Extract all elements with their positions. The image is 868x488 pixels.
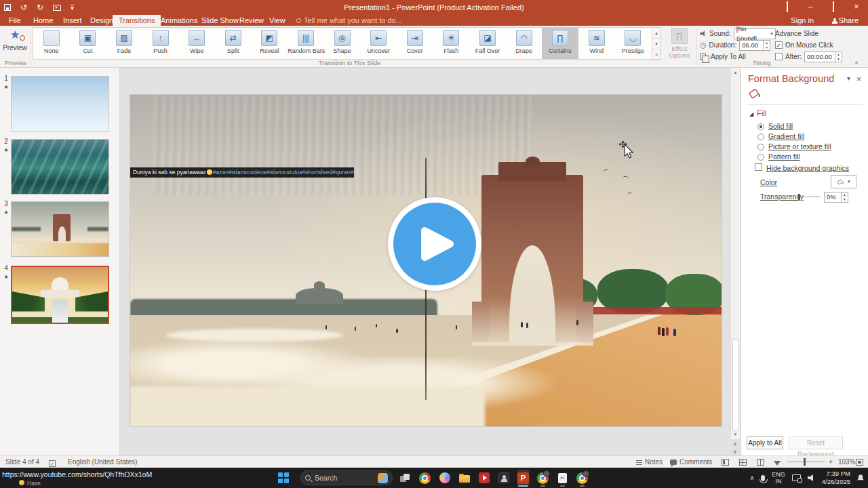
copilot-taskbar-button[interactable] (438, 470, 451, 486)
transition-cut[interactable]: ▣Cut (70, 28, 106, 59)
solid-fill-option[interactable]: Solid fill (757, 122, 793, 131)
effect-options-button[interactable]: ∏ Effect Options (665, 28, 694, 66)
slide-thumbnail-2[interactable] (11, 139, 109, 195)
task-view-button[interactable] (399, 470, 412, 486)
transition-wipe[interactable]: ←Wipe (178, 28, 215, 59)
reset-background-button[interactable]: Reset Background (789, 436, 843, 449)
sign-in-button[interactable]: Sign in (791, 15, 814, 26)
slide-thumbnail-1[interactable] (11, 76, 109, 131)
transition-flash[interactable]: ☀Flash (433, 28, 470, 59)
language-indicator[interactable]: English (United States) (68, 456, 137, 468)
zoom-slider[interactable] (784, 456, 829, 468)
transition-shape[interactable]: ◎Shape (324, 28, 361, 59)
transition-fall-over[interactable]: ◪Fall Over (469, 28, 506, 59)
clock[interactable]: 7:39 PM4/26/2025 (822, 470, 850, 486)
notification-bell-icon[interactable] (857, 474, 864, 481)
video-play-button[interactable] (388, 197, 481, 291)
zoom-in-button[interactable]: + (829, 456, 833, 468)
paint-bucket-icon[interactable] (748, 85, 763, 100)
transition-uncover[interactable]: ⇤Uncover (360, 28, 397, 59)
taskbar-search-box[interactable]: Search (300, 470, 393, 485)
pattern-fill-option[interactable]: Pattern fill (757, 152, 800, 162)
tab-home[interactable]: Home (27, 15, 59, 26)
transparency-spinner[interactable]: 0%▴▾ (824, 192, 848, 203)
scroll-down-arrow[interactable]: ▾ (731, 430, 740, 439)
video-app-button[interactable] (477, 470, 490, 486)
comments-button[interactable]: Comments (670, 456, 712, 468)
transition-fade[interactable]: ▨Fade (106, 28, 142, 59)
network-icon[interactable] (792, 474, 801, 481)
on-mouse-click-checkbox[interactable]: ✓ (775, 41, 783, 49)
picture-fill-option[interactable]: Picture or texture fill (757, 142, 831, 152)
tab-insert[interactable]: Insert (57, 15, 88, 26)
proofing-icon[interactable]: ✓ (49, 456, 56, 468)
snipping-tool-button[interactable]: ✂ (556, 470, 569, 486)
gradient-fill-option[interactable]: Gradient fill (757, 132, 804, 142)
chrome-profile2-button[interactable] (576, 470, 589, 486)
transition-drape[interactable]: ◠Drape (506, 28, 542, 59)
minimize-button[interactable]: – (799, 0, 822, 15)
previous-slide-button[interactable]: ∧ (730, 441, 740, 448)
transition-push[interactable]: ↑Push (142, 28, 179, 59)
pane-close-button[interactable]: × (856, 75, 861, 84)
chrome-profile1-button[interactable] (536, 470, 549, 486)
close-button[interactable]: × (845, 0, 868, 15)
scrollbar-thumb[interactable] (732, 339, 739, 430)
hide-background-graphics-checkbox[interactable]: Hide background graphics (755, 163, 849, 173)
pane-options-dropdown[interactable]: ▾ (847, 75, 850, 82)
gallery-more-button[interactable]: ≡ (652, 49, 660, 60)
microphone-icon[interactable] (761, 475, 765, 481)
normal-view-button[interactable] (722, 459, 729, 466)
zoom-slider-thumb[interactable] (804, 458, 806, 466)
slide-sorter-view-button[interactable] (739, 459, 747, 466)
preview-button[interactable]: ★ Preview (3, 28, 27, 64)
tray-overflow-chevron[interactable]: ∧ (750, 474, 755, 481)
after-spinner[interactable]: 00:00.00▴▾ (804, 52, 842, 62)
transition-curtains[interactable]: ∏Curtains (542, 28, 578, 59)
powerpoint-taskbar-button[interactable]: P (517, 470, 530, 486)
tab-file[interactable]: File (3, 15, 27, 26)
transparency-slider-thumb[interactable] (798, 194, 800, 200)
share-button[interactable]: Share (832, 15, 859, 26)
scroll-up-arrow[interactable]: ▴ (731, 68, 740, 77)
apply-to-all-background-button[interactable]: Apply to All (747, 436, 783, 449)
next-slide-button[interactable]: ∨ (730, 448, 740, 455)
transition-split[interactable]: ⇄Split (215, 28, 252, 59)
language-switcher[interactable]: ENGIN (772, 471, 785, 485)
apply-to-all-button[interactable]: Apply To All (711, 51, 746, 62)
slide-thumbnail-4-selected[interactable] (11, 266, 109, 324)
notes-button[interactable]: Notes (636, 456, 663, 468)
duration-spinner[interactable]: 06.00▴▾ (739, 40, 770, 51)
tab-transitions[interactable]: Transitions (113, 15, 161, 26)
speaker-icon[interactable] (808, 474, 815, 481)
transition-random-bars[interactable]: |||Random Bars (288, 28, 324, 59)
color-dropdown-button[interactable]: ▾ (831, 175, 856, 188)
zoom-out-button[interactable]: − (777, 456, 781, 468)
transparency-slider-track[interactable] (800, 197, 820, 197)
transition-wind[interactable]: ≋Wind (578, 28, 615, 59)
tab-view[interactable]: View (263, 15, 292, 26)
sound-dropdown[interactable]: [No Sound]▾ (734, 28, 776, 39)
reading-view-button[interactable] (757, 459, 764, 466)
zoom-level[interactable]: 103% (838, 456, 856, 468)
file-explorer-button[interactable] (458, 470, 471, 486)
slide-scrollbar[interactable]: ▴ ▾ (730, 68, 740, 439)
ribbon-display-options-button[interactable] (776, 0, 799, 15)
transition-reveal[interactable]: ◩Reveal (252, 28, 288, 59)
slide-canvas[interactable]: Duniya ki sab se pyariawaaz#azan#islamic… (130, 95, 722, 426)
chrome-taskbar-button[interactable] (418, 470, 431, 486)
restore-button[interactable] (822, 0, 845, 15)
transition-none[interactable]: None (33, 28, 70, 59)
after-checkbox[interactable] (775, 53, 783, 60)
tell-me-box[interactable]: Tell me what you want to do... (290, 15, 408, 26)
start-button[interactable] (278, 472, 290, 484)
gallery-scroll-up-button[interactable]: ▴ (652, 28, 660, 39)
fit-slide-button[interactable] (856, 456, 863, 468)
slide-thumbnail-3[interactable] (11, 201, 109, 257)
fill-section-header[interactable]: ◢Fill (749, 109, 766, 117)
transition-cover[interactable]: ⇥Cover (397, 28, 433, 59)
collapse-ribbon-button[interactable]: ∧ (854, 60, 859, 66)
dark-app-button[interactable] (497, 470, 510, 486)
gallery-scroll-down-button[interactable]: ▾ (652, 39, 660, 49)
transition-prestige[interactable]: ◡Prestige (615, 28, 652, 59)
